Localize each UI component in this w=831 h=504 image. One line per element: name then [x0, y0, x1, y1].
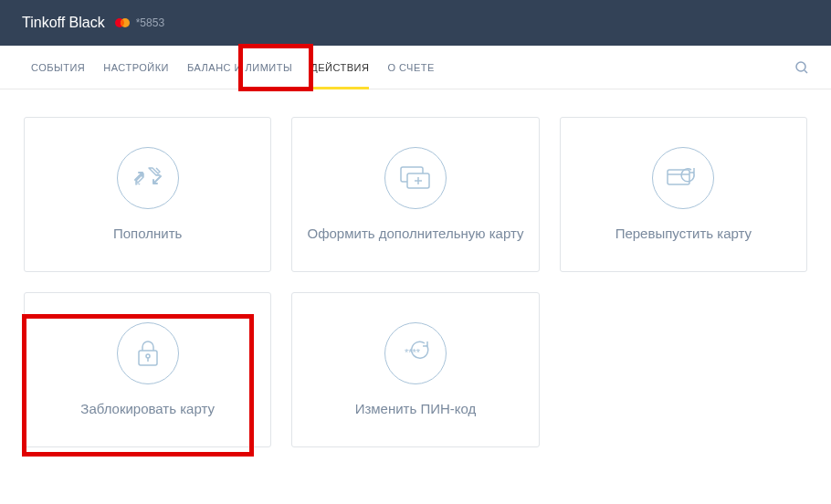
action-label: Оформить дополнительную карту — [297, 224, 535, 243]
tabs-row: СОБЫТИЯ НАСТРОЙКИ БАЛАНС И ЛИМИТЫ ДЕЙСТВ… — [0, 46, 831, 89]
search-button[interactable] — [794, 60, 809, 75]
action-label: Изменить ПИН-код — [344, 399, 488, 418]
action-label: Перевыпустить карту — [605, 224, 763, 243]
card-title: Tinkoff Black — [22, 15, 105, 31]
action-topup[interactable]: Пополнить — [24, 117, 271, 272]
svg-rect-8 — [668, 170, 689, 184]
svg-text:****: **** — [405, 347, 421, 358]
actions-content: Пополнить Оформить дополнительную карту — [0, 89, 831, 475]
tab-settings[interactable]: НАСТРОЙКИ — [94, 46, 178, 89]
svg-line-3 — [805, 70, 807, 73]
mastercard-icon — [114, 17, 131, 28]
search-icon — [794, 60, 809, 75]
action-additional-card[interactable]: Оформить дополнительную карту — [291, 117, 539, 272]
page-header: Tinkoff Black *5853 — [0, 0, 831, 46]
action-change-pin[interactable]: **** Изменить ПИН-код — [291, 292, 539, 447]
action-reissue[interactable]: Перевыпустить карту — [560, 117, 807, 272]
tab-balance-limits[interactable]: БАЛАНС И ЛИМИТЫ — [178, 46, 301, 89]
svg-point-11 — [146, 354, 150, 358]
change-pin-icon: **** — [384, 322, 447, 384]
additional-card-icon — [384, 147, 447, 209]
action-label: Пополнить — [102, 224, 193, 243]
tab-events[interactable]: СОБЫТИЯ — [22, 46, 94, 89]
tab-actions[interactable]: ДЕЙСТВИЯ — [301, 46, 378, 89]
action-label: Заблокировать карту — [69, 399, 226, 418]
action-block[interactable]: Заблокировать карту — [24, 292, 271, 447]
card-number: *5853 — [136, 16, 164, 29]
actions-grid: Пополнить Оформить дополнительную карту — [24, 117, 807, 447]
reissue-icon — [652, 147, 714, 209]
svg-point-2 — [796, 62, 805, 71]
tab-about[interactable]: О СЧЕТЕ — [378, 46, 443, 89]
lock-icon — [117, 322, 179, 384]
topup-icon — [117, 147, 179, 209]
